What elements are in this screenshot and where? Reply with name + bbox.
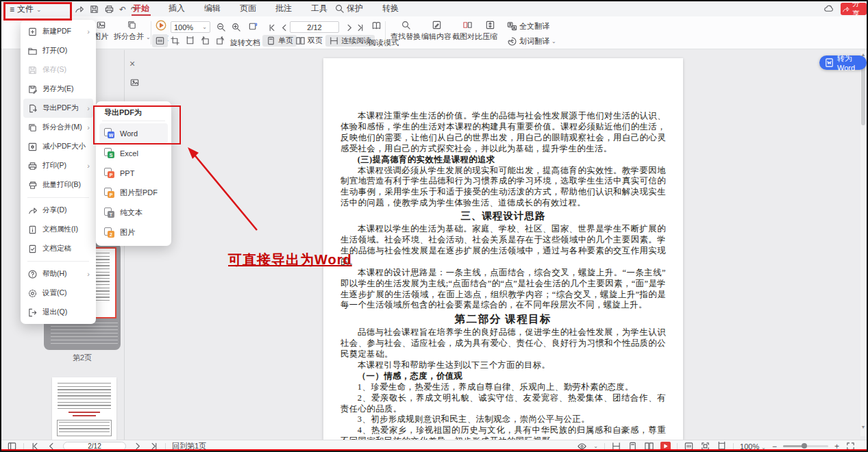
export-option-label: Word (120, 129, 138, 138)
printer-icon (27, 161, 38, 171)
tab-1[interactable]: 开始 (123, 1, 159, 16)
export-option--pdf[interactable]: P图片型PDF (99, 183, 168, 203)
full-translate-button[interactable]: 全文翻译 (504, 21, 553, 32)
snapshot-icon[interactable] (248, 21, 258, 32)
edit-content-tool[interactable]: 编辑内容 (421, 20, 451, 42)
actual-size-icon[interactable] (152, 34, 168, 47)
doc-block-11: 1、珍爱生命，热爱生活，养成自尊自律、乐观向上、勤劳朴素的态度。 (340, 382, 666, 393)
continuous-icon (329, 36, 339, 46)
search-icon[interactable] (334, 3, 345, 14)
quick-save-icon[interactable] (89, 4, 99, 14)
doc-plus-icon (27, 27, 38, 37)
prev-page-icon[interactable] (280, 23, 290, 33)
first-page-icon[interactable] (267, 23, 277, 33)
file-menu-item-6[interactable]: 拆分合并(M)› (23, 118, 93, 137)
menu-item-label: 分享(D) (42, 205, 67, 215)
share-icon (27, 205, 38, 216)
compress-icon (485, 20, 495, 30)
convert-to-word-button[interactable]: 转为Word (819, 55, 867, 70)
submenu-arrow-icon: › (87, 270, 90, 278)
zoom-combo[interactable]: 100% ⌄ (171, 21, 210, 33)
submenu-arrow-icon: › (87, 162, 90, 170)
last-page-icon[interactable] (355, 23, 365, 33)
save-as-icon (27, 84, 38, 95)
exit-icon (27, 307, 38, 318)
word-translate-button[interactable]: 划词翻译 ⌄ (504, 36, 560, 47)
file-menu-item-7[interactable]: 减小PDF大小 (23, 137, 93, 156)
file-menu-item-1[interactable]: 新建PDF› (23, 22, 93, 41)
file-menu-item-4[interactable]: 另存为(E) (23, 79, 93, 99)
thumbnail-page-2-label: 第2页 (44, 353, 121, 363)
zoom-slider[interactable] (783, 445, 828, 447)
file-menu-item-5[interactable]: 导出PDF为› (23, 99, 93, 118)
menu-item-label: 减小PDF大小 (42, 142, 86, 151)
rotate-right-icon[interactable] (215, 36, 225, 46)
vertical-scrollbar[interactable]: ▲ ▼ (860, 51, 866, 436)
pdf-page: 本课程注重学生生活的价值。学生的品德与社会性发展源于他们对生活的认识、体验和感悟… (323, 58, 683, 440)
export-option-excel[interactable]: SExcel (99, 143, 168, 163)
image-icon (96, 20, 106, 30)
word-doc-icon (824, 58, 834, 68)
ribbon-page-input[interactable] (290, 21, 339, 33)
translate-icon (507, 21, 517, 32)
book-icon[interactable] (371, 21, 382, 31)
find-replace-tool[interactable]: 查找替换 (390, 20, 421, 42)
next-page-icon[interactable] (344, 23, 354, 33)
file-menu-item-15[interactable]: 退出(Q) (23, 303, 93, 322)
export-option-ppt[interactable]: PPPT (99, 163, 168, 183)
doc-block-4: 三、课程设计思路 (340, 211, 666, 222)
rotate-left-icon[interactable] (200, 36, 210, 46)
convert-to-word-label: 转为Word (837, 53, 860, 72)
file-menu-item-14[interactable]: 设置(C) (23, 284, 93, 303)
submenu-arrow-icon: › (87, 123, 90, 131)
tab-5[interactable]: 批注 (266, 1, 301, 16)
export-option--[interactable]: 2图片 (99, 223, 168, 242)
file-menu-item-12[interactable]: 文档定稿 (23, 239, 93, 258)
export-option-label: Excel (120, 149, 138, 158)
submenu-arrow-icon: › (87, 27, 90, 36)
quick-share-icon[interactable] (74, 4, 84, 14)
compress-tool[interactable]: 压缩 (482, 20, 497, 42)
crop-icon[interactable] (170, 36, 180, 46)
file-menu-item-13[interactable]: 帮助(H)› (23, 264, 93, 284)
clip-page-icon[interactable] (185, 36, 195, 46)
tab-2[interactable]: 插入 (159, 1, 195, 16)
cloud-sync-icon[interactable] (823, 3, 834, 14)
gear-icon (27, 288, 38, 299)
zoom-in-icon[interactable] (231, 22, 241, 32)
doc-block-10: （一）情感，态度，价值观 (340, 371, 666, 382)
annotation-note: 可直接导出为Word (228, 251, 352, 269)
scroll-down-icon[interactable]: ▼ (860, 425, 866, 430)
file-menu-button[interactable]: ≡ 文件 ⌄ (7, 3, 45, 15)
menu-item-label: 导出PDF为 (42, 103, 79, 113)
tab-4[interactable]: 页面 (230, 1, 266, 16)
menu-item-label: 新建PDF (42, 27, 71, 36)
export-option-word[interactable]: WWord (99, 123, 168, 143)
page-text: 本课程注重学生生活的价值。学生的品德与社会性发展源于他们对生活的认识、体验和感悟… (323, 58, 683, 440)
shot-compare-tool[interactable]: 截图对比 (452, 20, 482, 42)
file-menu-item-10[interactable]: 分享(D) (23, 201, 93, 220)
titlebar: ≡ 文件 ⌄ ↶ ↷ ⌄ 开始插入编辑页面批注工具保护转换 分享 (1, 1, 867, 16)
doc-block-9: 本课程引导和帮助学生达到以下三个方面的目标。 (340, 360, 666, 371)
thumbnail-page-3[interactable] (52, 377, 116, 440)
rotate-doc-button[interactable]: 旋转文档 (230, 38, 260, 48)
tab-8[interactable]: 转换 (373, 1, 408, 16)
share-button[interactable]: 分享 (841, 3, 867, 15)
tab-6[interactable]: 工具 (301, 1, 337, 16)
file-menu-item-9[interactable]: 批量打印(B) (23, 175, 93, 194)
continuous-read-button[interactable]: 连续阅读 (325, 35, 375, 47)
folder-icon (27, 46, 38, 56)
file-menu-item-11[interactable]: 文档属性(I) (23, 220, 93, 239)
zoom-out-icon[interactable] (216, 22, 226, 32)
file-menu-item-2[interactable]: 打开(O) (23, 41, 93, 60)
bottom-red-line (1, 449, 867, 451)
export-option--[interactable]: T纯文本 (99, 203, 168, 223)
tab-3[interactable]: 编辑 (195, 1, 230, 16)
split-merge-tool[interactable]: 拆分合并 ⌄ (114, 20, 151, 42)
menu-item-label: 文档定稿 (42, 244, 71, 253)
batch-print-icon (27, 180, 38, 190)
quick-print-icon[interactable] (104, 4, 114, 14)
wps-pdf-window: ≡ 文件 ⌄ ↶ ↷ ⌄ 开始插入编辑页面批注工具保护转换 分享 图片 拆分合并… (0, 0, 868, 452)
menu-item-label: 文档属性(I) (42, 225, 78, 234)
file-menu-item-8[interactable]: 打印(P)› (23, 156, 93, 175)
